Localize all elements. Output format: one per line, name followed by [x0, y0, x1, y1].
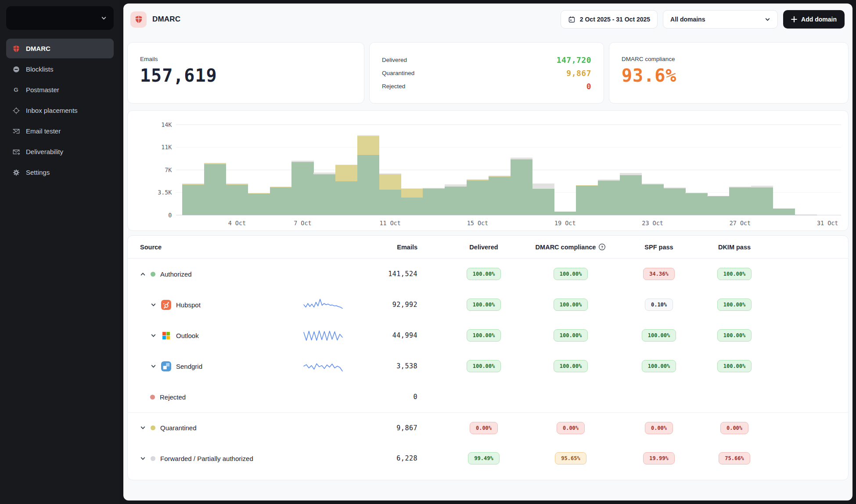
bar-segment-quarantined[interactable] — [489, 176, 511, 177]
bar-segment-other[interactable] — [729, 187, 751, 187]
chevron-up-icon[interactable] — [140, 271, 146, 277]
bar-segment-delivered[interactable] — [204, 164, 226, 215]
bar-segment-delivered[interactable] — [248, 194, 270, 215]
bar-segment-other[interactable] — [707, 196, 729, 196]
bar-segment-delivered[interactable] — [707, 196, 729, 215]
delivered-badge: 100.00% — [467, 329, 501, 342]
bar-segment-delivered[interactable] — [401, 198, 423, 215]
table-row-quarantined[interactable]: Quarantined 9,867 0.00% 0.00% 0.00% 0.00… — [128, 412, 848, 443]
bar-segment-quarantined[interactable] — [204, 163, 226, 165]
bar-segment-other[interactable] — [467, 179, 489, 180]
bar-segment-other[interactable] — [357, 135, 379, 136]
bar-segment-other[interactable] — [620, 173, 642, 175]
workspace-selector[interactable] — [6, 6, 114, 30]
domain-filter-select[interactable]: All domains — [663, 10, 778, 29]
bar-segment-quarantined[interactable] — [401, 189, 423, 198]
bar-segment-delivered[interactable] — [226, 185, 248, 215]
bar-segment-quarantined[interactable] — [357, 136, 379, 155]
bar-segment-quarantined[interactable] — [182, 184, 204, 185]
bar-segment-quarantined[interactable] — [313, 174, 335, 175]
bar-segment-delivered[interactable] — [489, 177, 511, 215]
bar-segment-quarantined[interactable] — [511, 159, 532, 160]
bar-segment-delivered[interactable] — [751, 187, 773, 215]
bar-segment-other[interactable] — [489, 176, 511, 176]
bar-segment-other[interactable] — [685, 193, 707, 193]
bar-segment-delivered[interactable] — [313, 174, 335, 215]
row-emails: 92,992 — [352, 301, 440, 309]
bar-segment-delivered[interactable] — [773, 209, 795, 215]
sidebar-item-email-tester[interactable]: Email tester — [6, 121, 114, 141]
bar-segment-other[interactable] — [204, 163, 226, 163]
sidebar-item-inbox-placements[interactable]: Inbox placements — [6, 101, 114, 120]
table-row-authorized[interactable]: Authorized 141,524 100.00% 100.00% 34.36… — [128, 259, 848, 289]
bar-segment-other[interactable] — [379, 173, 401, 174]
bar-segment-delivered[interactable] — [554, 212, 576, 215]
bar-segment-delivered[interactable] — [664, 188, 686, 215]
sidebar-item-postmaster[interactable]: G Postmaster — [6, 80, 114, 100]
bar-segment-other[interactable] — [445, 184, 467, 186]
bar-segment-other[interactable] — [291, 161, 313, 162]
stacked-bar-chart[interactable]: 03.5K7K11K14K4 Oct7 Oct11 Oct15 Oct19 Oc… — [128, 111, 848, 230]
bar-segment-delivered[interactable] — [182, 185, 204, 215]
table-row-rejected[interactable]: Rejected 0 — [128, 382, 848, 412]
bar-segment-quarantined[interactable] — [335, 165, 357, 182]
bar-segment-other[interactable] — [335, 165, 357, 165]
chevron-down-icon[interactable] — [151, 333, 156, 338]
bar-segment-other[interactable] — [751, 186, 773, 187]
bar-segment-delivered[interactable] — [795, 215, 816, 215]
bar-segment-delivered[interactable] — [576, 186, 598, 215]
bar-segment-other[interactable] — [423, 188, 445, 188]
bar-segment-quarantined[interactable] — [379, 174, 401, 190]
bar-segment-other[interactable] — [313, 173, 335, 174]
bar-segment-other[interactable] — [511, 158, 532, 159]
table-row-outlook[interactable]: Outlook 44,994 100.00% 100.00% 100.00% 1… — [128, 320, 848, 351]
table-row-hubspot[interactable]: Hubspot 92,992 100.00% 100.00% 0.10% 100… — [128, 289, 848, 320]
sidebar-item-dmarc[interactable]: DMARC — [6, 39, 114, 58]
bar-segment-quarantined[interactable] — [248, 193, 270, 194]
bar-segment-delivered[interactable] — [335, 181, 357, 215]
bar-segment-delivered[interactable] — [445, 187, 467, 215]
date-range-button[interactable]: 2 Oct 2025 - 31 Oct 2025 — [561, 10, 658, 29]
help-icon[interactable]: ? — [598, 243, 606, 251]
bar-segment-delivered[interactable] — [423, 189, 445, 215]
add-domain-button[interactable]: Add domain — [783, 10, 845, 29]
bar-segment-delivered[interactable] — [729, 187, 751, 215]
chevron-down-icon[interactable] — [140, 456, 146, 461]
bar-segment-delivered[interactable] — [379, 190, 401, 215]
sidebar-item-deliverability[interactable]: Deliverability — [6, 142, 114, 162]
table-row-sendgrid[interactable]: Sendgrid 3,538 100.00% 100.00% 100.00% 1… — [128, 351, 848, 382]
bar-segment-other[interactable] — [532, 184, 554, 189]
bar-segment-quarantined[interactable] — [576, 185, 598, 186]
bar-segment-delivered[interactable] — [357, 155, 379, 215]
bar-segment-other[interactable] — [642, 184, 664, 184]
bar-segment-quarantined[interactable] — [270, 187, 292, 188]
bar-segment-delivered[interactable] — [642, 184, 664, 215]
chevron-down-icon[interactable] — [151, 364, 156, 369]
bar-segment-other[interactable] — [576, 185, 598, 186]
bar-segment-delivered[interactable] — [685, 193, 707, 215]
bar-segment-delivered[interactable] — [291, 162, 313, 215]
bar-segment-quarantined[interactable] — [445, 187, 467, 187]
emails-chart[interactable]: 03.5K7K11K14K4 Oct7 Oct11 Oct15 Oct19 Oc… — [127, 110, 849, 231]
dmarc-badge: 95.65% — [555, 452, 586, 464]
bar-segment-quarantined[interactable] — [598, 180, 620, 181]
chevron-down-icon[interactable] — [151, 302, 156, 308]
bar-segment-delivered[interactable] — [467, 180, 489, 215]
row-label: Sendgrid — [176, 363, 202, 370]
bar-segment-quarantined[interactable] — [467, 180, 489, 180]
bar-segment-delivered[interactable] — [511, 159, 532, 215]
bar-segment-delivered[interactable] — [620, 175, 642, 215]
sidebar-item-settings[interactable]: Settings — [6, 162, 114, 182]
bar-segment-other[interactable] — [664, 187, 686, 188]
bar-segment-other[interactable] — [598, 180, 620, 180]
bar-segment-delivered[interactable] — [270, 187, 292, 215]
table-row-forwarded[interactable]: Forwarded / Partially authorized 6,228 9… — [128, 443, 848, 474]
bar-segment-other[interactable] — [401, 188, 423, 189]
sidebar-item-blocklists[interactable]: Blocklists — [6, 59, 114, 79]
bar-segment-delivered[interactable] — [598, 181, 620, 215]
bar-segment-other[interactable] — [226, 184, 248, 184]
bar-segment-quarantined[interactable] — [226, 184, 248, 185]
bar-segment-delivered[interactable] — [532, 189, 554, 215]
chevron-down-icon[interactable] — [140, 425, 146, 431]
bar-segment-other[interactable] — [182, 184, 204, 184]
